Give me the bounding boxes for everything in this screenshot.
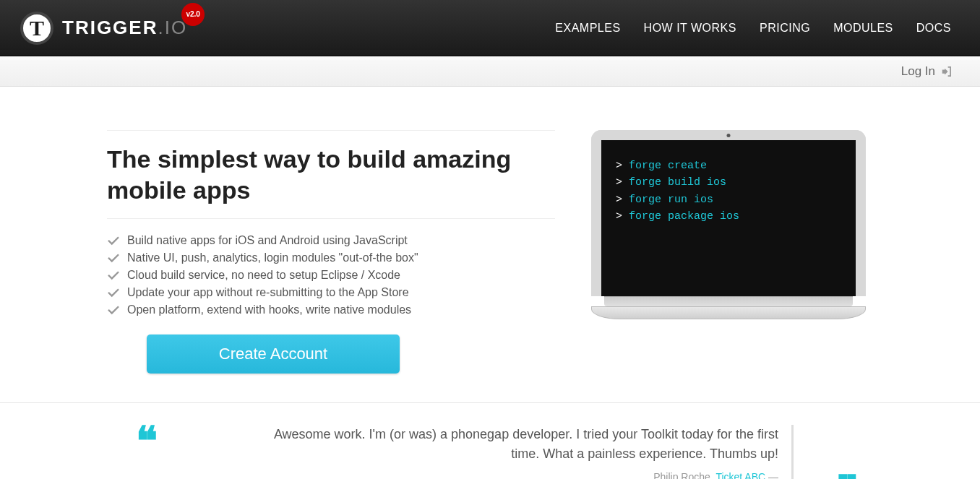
- feature-item: Open platform, extend with hooks, write …: [107, 301, 555, 319]
- check-icon: [107, 251, 120, 264]
- version-badge: v2.0: [183, 4, 203, 25]
- quote-open-icon: ❝: [136, 418, 158, 465]
- terminal-line: > forge create: [616, 157, 841, 174]
- laptop-camera-icon: [727, 134, 731, 137]
- feature-item: Native UI, push, analytics, login module…: [107, 249, 555, 267]
- testimonial-section: ❝ Awesome work. I'm (or was) a phonegap …: [0, 403, 980, 479]
- terminal-line: > forge package ios: [616, 208, 841, 225]
- hero-headline: The simplest way to build amazing mobile…: [107, 130, 555, 219]
- hero-content: The simplest way to build amazing mobile…: [107, 130, 555, 374]
- nav-pricing[interactable]: PRICING: [760, 22, 810, 35]
- check-icon: [107, 303, 120, 316]
- brand-wordmark: TRIGGER.IO: [62, 17, 187, 39]
- testimonial-source-link[interactable]: Ticket ABC: [715, 471, 765, 479]
- testimonial-body: Awesome work. I'm (or was) a phonegap de…: [273, 425, 794, 479]
- login-label: Log In: [901, 64, 935, 79]
- create-account-button[interactable]: Create Account: [147, 335, 400, 374]
- login-icon: [941, 66, 951, 77]
- nav-how-it-works[interactable]: HOW IT WORKS: [644, 22, 736, 35]
- testimonial-attribution: Philip Roche, Ticket ABC —: [273, 470, 778, 479]
- check-icon: [107, 234, 120, 247]
- laptop-screen: > forge create > forge build ios > forge…: [591, 130, 866, 296]
- primary-nav: EXAMPLES HOW IT WORKS PRICING MODULES DO…: [555, 22, 951, 35]
- terminal-line: > forge run ios: [616, 191, 841, 208]
- brand-logo[interactable]: T TRIGGER.IO v2.0: [20, 12, 187, 45]
- feature-list: Build native apps for iOS and Android us…: [107, 232, 555, 319]
- feature-item: Update your app without re-submitting to…: [107, 284, 555, 301]
- laptop-base: [591, 306, 866, 319]
- feature-item: Build native apps for iOS and Android us…: [107, 232, 555, 249]
- laptop-keyboard: [604, 296, 853, 306]
- nav-examples[interactable]: EXAMPLES: [555, 22, 620, 35]
- hero-illustration: > forge create > forge build ios > forge…: [584, 130, 873, 374]
- testimonial-text: Awesome work. I'm (or was) a phonegap de…: [273, 425, 778, 464]
- login-link[interactable]: Log In: [901, 64, 951, 79]
- nav-docs[interactable]: DOCS: [916, 22, 951, 35]
- top-navbar: T TRIGGER.IO v2.0 EXAMPLES HOW IT WORKS …: [0, 0, 980, 56]
- terminal-line: > forge build ios: [616, 174, 841, 191]
- hero-section: The simplest way to build amazing mobile…: [0, 87, 980, 403]
- logo-mark-icon: T: [20, 12, 53, 45]
- feature-item: Cloud build service, no need to setup Ec…: [107, 267, 555, 284]
- quote-close-icon: ❞: [837, 467, 859, 479]
- check-icon: [107, 269, 120, 282]
- laptop-graphic: > forge create > forge build ios > forge…: [591, 130, 866, 319]
- check-icon: [107, 286, 120, 299]
- nav-modules[interactable]: MODULES: [833, 22, 893, 35]
- sub-navbar: Log In: [0, 56, 980, 87]
- terminal-output: > forge create > forge build ios > forge…: [616, 157, 841, 225]
